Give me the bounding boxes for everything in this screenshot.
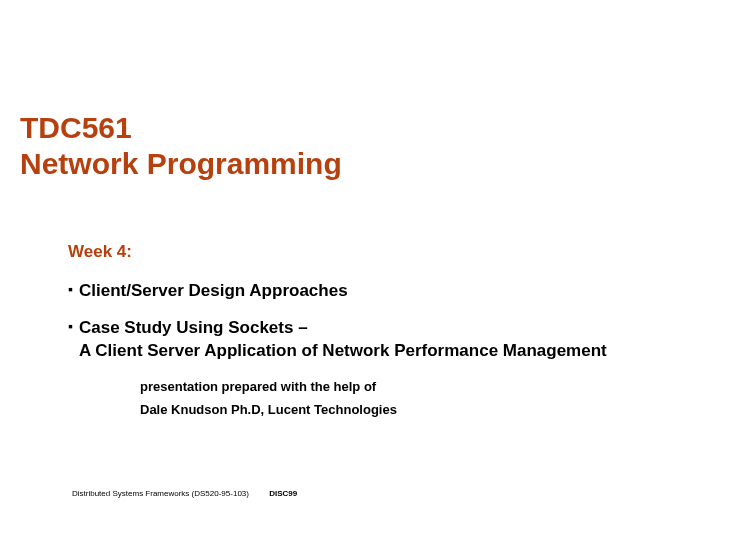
bullet-line-1: Case Study Using Sockets –	[79, 318, 308, 337]
footer-right: DISC99	[269, 489, 297, 498]
slide-title: TDC561 Network Programming	[20, 110, 736, 182]
bullet-item: ▪ Case Study Using Sockets – A Client Se…	[68, 317, 736, 363]
footer-left: Distributed Systems Frameworks (DS520-95…	[72, 489, 249, 498]
bullet-marker-icon: ▪	[68, 317, 73, 336]
credit-line-2: Dale Knudson Ph.D, Lucent Technologies	[140, 400, 736, 420]
footer: Distributed Systems Frameworks (DS520-95…	[72, 489, 297, 498]
slide: TDC561 Network Programming Week 4: ▪ Cli…	[0, 0, 756, 540]
bullet-text: Case Study Using Sockets – A Client Serv…	[79, 317, 607, 363]
title-line-1: TDC561	[20, 111, 132, 144]
credit-line-1: presentation prepared with the help of	[140, 377, 736, 397]
bullet-item: ▪ Client/Server Design Approaches	[68, 280, 736, 303]
bullet-text: Client/Server Design Approaches	[79, 280, 348, 303]
bullet-list: ▪ Client/Server Design Approaches ▪ Case…	[68, 280, 736, 363]
bullet-line-2: A Client Server Application of Network P…	[79, 341, 607, 360]
week-label: Week 4:	[68, 242, 736, 262]
credit-block: presentation prepared with the help of D…	[140, 377, 736, 420]
title-line-2: Network Programming	[20, 147, 342, 180]
bullet-marker-icon: ▪	[68, 280, 73, 299]
